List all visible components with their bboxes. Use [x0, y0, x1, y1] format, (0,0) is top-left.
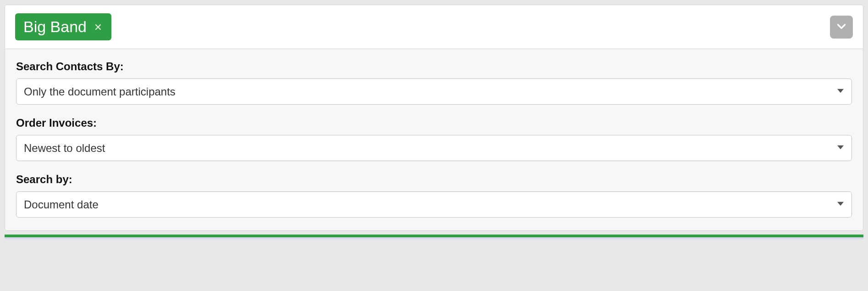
filter-tag-label: Big Band	[23, 18, 87, 36]
order-invoices-select[interactable]: Newest to oldest	[16, 135, 852, 161]
search-by-select[interactable]: Document date	[16, 191, 852, 218]
filter-tag[interactable]: Big Band	[15, 13, 111, 40]
bottom-accent-bar	[5, 235, 863, 239]
search-contacts-select[interactable]: Only the document participants	[16, 78, 852, 105]
search-contacts-label: Search Contacts By:	[16, 60, 852, 73]
close-icon[interactable]	[93, 22, 103, 32]
panel-header: Big Band	[5, 5, 863, 49]
order-invoices-select-wrap: Newest to oldest	[16, 135, 852, 161]
collapse-toggle-button[interactable]	[830, 16, 853, 39]
order-invoices-label: Order Invoices:	[16, 117, 852, 129]
chevron-down-icon	[835, 20, 847, 34]
filter-panel: Big Band Search Contacts By: Only the do…	[5, 5, 863, 231]
search-by-select-wrap: Document date	[16, 191, 852, 218]
order-invoices-group: Order Invoices: Newest to oldest	[16, 117, 852, 161]
search-contacts-group: Search Contacts By: Only the document pa…	[16, 60, 852, 105]
panel-body: Search Contacts By: Only the document pa…	[5, 49, 863, 230]
search-contacts-select-wrap: Only the document participants	[16, 78, 852, 105]
search-by-group: Search by: Document date	[16, 173, 852, 218]
search-by-label: Search by:	[16, 173, 852, 186]
